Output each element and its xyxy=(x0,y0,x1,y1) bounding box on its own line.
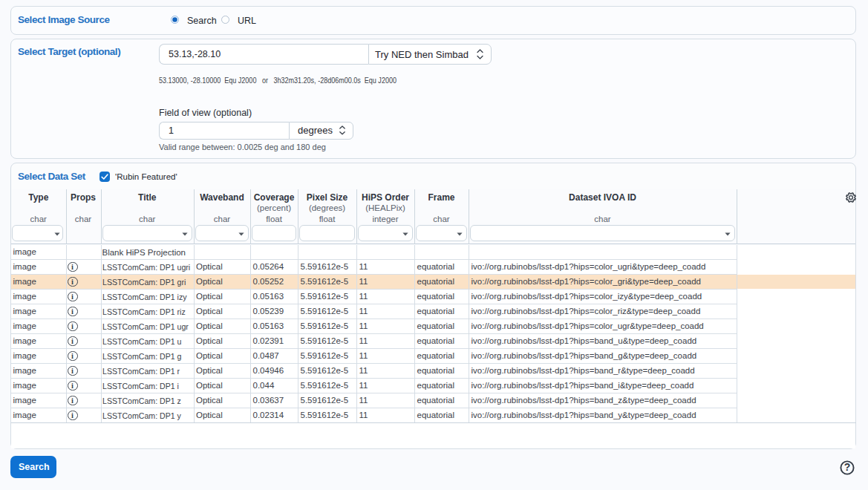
svg-text:?: ? xyxy=(844,461,851,473)
